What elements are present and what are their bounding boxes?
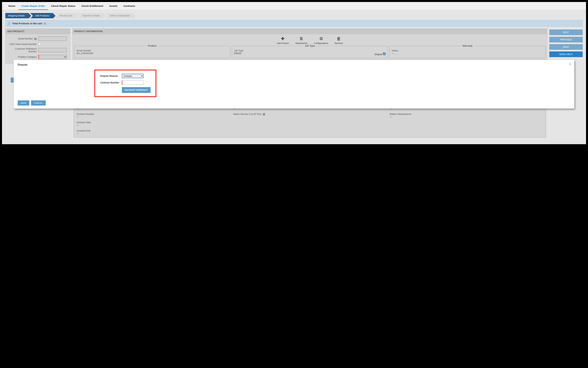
modal-title: Dispute — [18, 63, 570, 66]
problem-category-select[interactable] — [38, 55, 67, 59]
battery-label: Battery Maintenance — [390, 113, 543, 115]
hidden-button-edge — [11, 78, 14, 83]
app-frame: Home Create Repair Order Check Repair St… — [2, 2, 586, 144]
attachments-label: Attachments — [295, 42, 308, 45]
product-info-panel: PRODUCT INFORMATION ✚ Add Product 🗎 Atta… — [72, 28, 547, 60]
warranty-status-value: — — [392, 52, 543, 55]
step-shipping-details[interactable]: Shipping Details — [5, 13, 29, 18]
cart-bar: 🛒 Total Products in the cart : 1 — [5, 20, 583, 27]
previous-button[interactable]: PREVIOUS — [549, 37, 583, 42]
dispute-modal: x Dispute Dispute Reason Contract Contra… — [14, 60, 574, 109]
main-columns: ADD PRODUCT Serial Number i I don't have… — [5, 28, 583, 64]
tab-contracts[interactable]: Contracts — [120, 2, 138, 10]
tab-home[interactable]: Home — [5, 2, 18, 10]
serial-number-input[interactable] — [38, 37, 67, 41]
no-serial-label: I don't have Serial Number — [8, 43, 38, 46]
info-icon[interactable]: i — [34, 38, 37, 40]
serial-number-label: Serial Number i — [8, 37, 38, 40]
plus-icon: ✚ — [277, 36, 289, 41]
job-type-value: Billable — [234, 52, 241, 55]
job-type-label: Job Type — [234, 49, 386, 52]
configurations-button[interactable]: ⚙ Configurations — [314, 36, 328, 45]
step-payment-details[interactable]: Payment Details — [77, 13, 103, 18]
next-button[interactable]: NEXT — [549, 29, 583, 35]
side-buttons: NEXT PREVIOUS SAVE NEED HELP — [549, 28, 583, 57]
tab-check-repair-status[interactable]: Check Repair Status — [48, 2, 78, 10]
serial-value: SN_UNKNOWN — [76, 52, 228, 55]
add-product-label: Add Product — [277, 42, 289, 45]
settings-icon: ⚙ — [314, 36, 328, 41]
step-review-cart[interactable]: Review Cart — [55, 13, 76, 18]
need-help-button[interactable]: NEED HELP — [549, 51, 583, 57]
highlight-box: Dispute Reason Contract Contract Number … — [94, 70, 156, 97]
dispute-checkbox[interactable] — [383, 53, 386, 55]
wizard-steps: Shipping Details Add Products Review Car… — [5, 13, 583, 18]
configurations-label: Configurations — [314, 42, 328, 45]
contract-start-label: Contract Start — [77, 121, 230, 124]
add-product-title: ADD PRODUCT — [6, 29, 70, 34]
contract-end-value: — — [77, 132, 230, 135]
problem-category-label: Problem Category — [8, 56, 38, 58]
job-type-fieldset: Job Type Job Type Billable Dispute — [232, 46, 388, 58]
dispute-label: Dispute — [375, 53, 382, 56]
tab-assets[interactable]: Assets — [106, 2, 120, 10]
dispute-reason-select[interactable]: Contract — [122, 74, 144, 78]
tab-create-repair-order[interactable]: Create Repair Order — [18, 2, 48, 10]
modal-contract-number-label: Contract Number — [100, 81, 122, 84]
contract-number-label: Contract Number — [77, 113, 230, 115]
modal-contract-number-input[interactable] — [122, 80, 144, 85]
product-legend: Product — [146, 44, 158, 47]
product-info-title: PRODUCT INFORMATION — [73, 29, 547, 34]
step-add-products[interactable]: Add Products — [30, 13, 53, 18]
product-actions: ✚ Add Product 🗎 Attachments ⚙ Configurat… — [73, 34, 547, 46]
close-icon[interactable]: x — [569, 62, 571, 66]
contract-start-value: — — [77, 124, 230, 126]
battery-value: — — [390, 115, 543, 118]
tab-check-entitlement[interactable]: Check Entitlement — [78, 2, 106, 10]
step-order-confirmation[interactable]: Order Confirmation — [105, 13, 133, 18]
job-type-legend: Job Type — [303, 44, 317, 47]
cutoff-label: Select Service Cut-off Time i — [233, 113, 387, 116]
product-fieldset: Product Serial Number SN_UNKNOWN — [74, 46, 230, 58]
trash-icon: 🗑 — [335, 36, 343, 41]
cart-count-label: Total Products in the cart : 1 — [12, 22, 46, 25]
save-button[interactable]: SAVE — [549, 44, 583, 50]
remove-button[interactable]: 🗑 Remove — [335, 36, 343, 45]
remove-label: Remove — [335, 42, 343, 45]
warranty-fieldset: Warranty Status — — [389, 46, 546, 58]
validate-contract-button[interactable]: VALIDATE CONTRACT — [122, 87, 151, 93]
contract-number-value: — — [77, 115, 230, 118]
warranty-status-label: Status — [392, 49, 543, 52]
add-product-button[interactable]: ✚ Add Product — [277, 36, 289, 45]
modal-cancel-button[interactable]: CANCEL — [31, 101, 46, 106]
customer-ref-input[interactable] — [38, 48, 67, 52]
attachments-button[interactable]: 🗎 Attachments — [295, 36, 308, 45]
warranty-legend: Warranty — [461, 44, 474, 47]
document-icon: 🗎 — [295, 36, 308, 41]
top-tabs: Home Create Repair Order Check Repair St… — [2, 2, 586, 10]
contract-end-label: Contract End — [77, 129, 230, 132]
modal-save-button[interactable]: SAVE — [18, 101, 29, 106]
info-icon[interactable]: i — [263, 113, 265, 116]
dispute-reason-label: Dispute Reason — [100, 75, 122, 77]
customer-ref-label: Customer Reference Number — [8, 47, 38, 53]
add-product-panel: ADD PRODUCT Serial Number i I don't have… — [5, 28, 70, 64]
no-serial-checkbox[interactable] — [38, 43, 41, 45]
serial-label: Serial Number — [76, 49, 228, 52]
cart-icon: 🛒 — [8, 22, 11, 25]
